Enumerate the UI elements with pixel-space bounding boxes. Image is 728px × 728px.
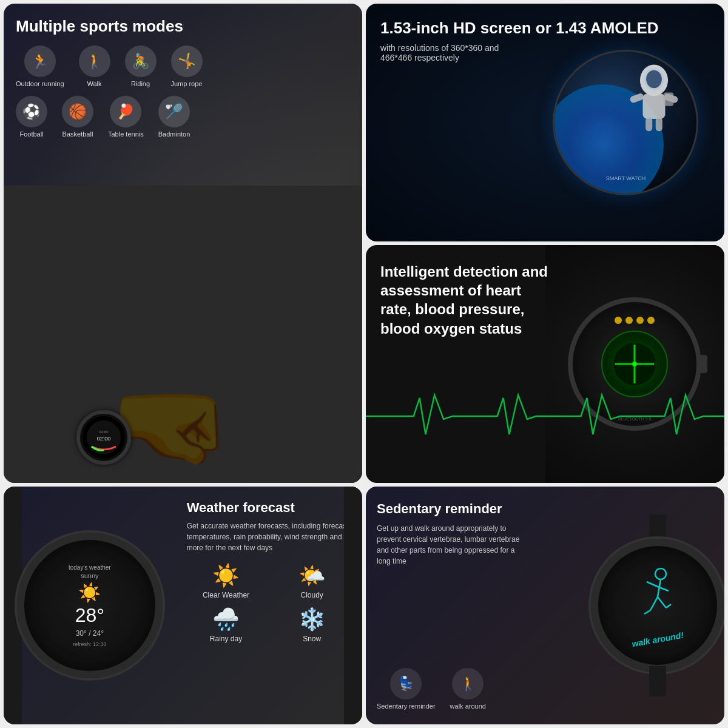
svg-rect-7	[643, 93, 666, 119]
sport-item-basketball: 🏀 Basketball	[62, 96, 93, 138]
sport-label-football: Football	[19, 130, 43, 138]
weather-label-rainy-day: Rainy day	[210, 635, 242, 643]
sedentary-label-walk-around: walk around	[450, 703, 486, 710]
weather-emoji-snow: ❄️	[298, 607, 326, 632]
screen-title: 1.53-inch HD screen or 1.43 AMOLED	[380, 18, 710, 38]
screen-subtitle: with resolutions of 360*360 and 466*466 …	[380, 43, 532, 62]
svg-point-16	[632, 362, 637, 366]
sports-modes-cell: 🤜 Multiple sports modes 🏃 Outdoor runnin…	[4, 4, 362, 483]
sport-item-table-tennis: 🏓 Table tennis	[108, 96, 144, 138]
watch-wrist: 02:00 02:00	[76, 410, 131, 465]
heartrate-cell: Intelligent detection and assessment of …	[366, 245, 724, 483]
weather-watch-side: today's weather sunny ☀️ 28° 30° / 24° r…	[4, 487, 176, 724]
weather-emoji-clear-weather: ☀️	[212, 563, 240, 588]
watch-face-temp: 28°	[75, 604, 104, 627]
sports-row-2: ⚽ Football 🏀 Basketball 🏓 Table tennis 🏸…	[16, 96, 350, 138]
svg-rect-8	[630, 93, 645, 104]
screen-cell: 1.53-inch HD screen or 1.43 AMOLED with …	[366, 4, 724, 241]
sedentary-emoji-walk-around: 🚶	[452, 668, 484, 699]
svg-rect-12	[664, 93, 674, 106]
main-grid: 🤜 Multiple sports modes 🏃 Outdoor runnin…	[0, 0, 728, 728]
watch-face-label: today's weather	[69, 564, 111, 571]
sedentary-icon-sedentary-reminder: 💺 Sedentary reminder	[377, 668, 436, 710]
sedentary-watch-side: walk around!	[538, 487, 724, 724]
walk-text: walk around!	[631, 630, 684, 649]
sport-label-table-tennis: Table tennis	[108, 130, 144, 138]
sensor-dot-3	[636, 317, 644, 324]
sport-label-outdoor-running: Outdoor running	[16, 80, 64, 87]
heartrate-ecg	[366, 386, 724, 447]
weather-label-cloudy: Cloudy	[300, 591, 323, 599]
weather-label-snow: Snow	[303, 635, 321, 643]
svg-point-6	[647, 70, 662, 89]
sedentary-icons-row: 💺 Sedentary reminder 🚶 walk around	[377, 668, 527, 710]
sedentary-watch-circle: walk around!	[591, 539, 724, 672]
crown-button	[699, 355, 707, 373]
sedentary-cell: Sedentary reminder Get up and walk aroun…	[366, 487, 724, 724]
band-right	[344, 487, 362, 724]
sport-label-badminton: Badminton	[158, 130, 190, 138]
heartrate-title: Intelligent detection and assessment of …	[380, 262, 550, 338]
watch-face-range: 30° / 24°	[76, 629, 104, 638]
weather-desc: Get accurate weather forecasts, includin…	[187, 521, 351, 553]
sport-item-walk: 🚶 Walk	[79, 46, 110, 87]
astronaut-watch-area: SMART WATCH	[527, 4, 724, 241]
weather-emoji-cloudy: 🌤️	[298, 563, 326, 588]
weather-title: Weather forecast	[187, 500, 351, 516]
weather-info-side: Weather forecast Get accurate weather fo…	[176, 487, 362, 724]
sports-title: Multiple sports modes	[16, 17, 350, 36]
sport-icon-outdoor-running: 🏃	[24, 46, 56, 77]
watch-sensor-area: BLUETOOTH 5.0	[545, 245, 725, 483]
watch-face-condition: sunny	[81, 572, 98, 579]
sport-icon-badminton: 🏸	[158, 96, 190, 127]
weather-icons-grid: ☀️ Clear Weather 🌤️ Cloudy 🌧️ Rainy day …	[187, 563, 351, 643]
svg-line-23	[644, 610, 650, 614]
sedentary-icon-walk-around: 🚶 walk around	[450, 668, 486, 710]
sport-item-outdoor-running: 🏃 Outdoor running	[16, 46, 64, 87]
sensor-dots	[615, 317, 655, 324]
svg-line-24	[666, 604, 671, 608]
sedentary-title: Sedentary reminder	[377, 501, 527, 517]
sedentary-info-side: Sedentary reminder Get up and walk aroun…	[366, 487, 538, 724]
sports-row-1: 🏃 Outdoor running 🚶 Walk 🚴 Riding 🤸 Jump…	[16, 46, 350, 87]
svg-text:02:00: 02:00	[97, 436, 111, 442]
astronaut-figure	[618, 58, 690, 136]
weather-cell: today's weather sunny ☀️ 28° 30° / 24° r…	[4, 487, 362, 724]
sport-icon-riding: 🚴	[125, 46, 157, 77]
svg-line-19	[647, 582, 658, 587]
svg-rect-10	[646, 117, 653, 131]
sport-icon-walk: 🚶	[79, 46, 110, 77]
watch-face-refresh: refresh: 12:30	[73, 641, 107, 647]
svg-rect-11	[656, 117, 662, 131]
weather-icon-clear-weather: ☀️ Clear Weather	[187, 563, 266, 599]
sport-item-football: ⚽ Football	[16, 96, 47, 138]
weather-icon-snow: ❄️ Snow	[272, 607, 351, 643]
sedentary-label-sedentary-reminder: Sedentary reminder	[377, 703, 436, 710]
weather-icon-rainy-day: 🌧️ Rainy day	[187, 607, 266, 643]
sport-item-jump-rope: 🤸 Jump rope	[171, 46, 203, 87]
sensor-dot-2	[625, 317, 633, 324]
sport-label-jump-rope: Jump rope	[171, 80, 203, 87]
weather-icon-cloudy: 🌤️ Cloudy	[272, 563, 351, 599]
svg-point-17	[655, 568, 666, 579]
weather-emoji-rainy-day: 🌧️	[212, 607, 240, 632]
svg-text:02:00: 02:00	[99, 430, 109, 434]
sport-label-basketball: Basketball	[62, 130, 93, 138]
walk-figure	[633, 567, 682, 631]
svg-line-21	[650, 597, 658, 610]
sport-icon-jump-rope: 🤸	[171, 46, 203, 77]
sport-label-walk: Walk	[87, 80, 101, 87]
weather-watch-circle: today's weather sunny ☀️ 28° 30° / 24° r…	[17, 533, 163, 678]
sport-item-riding: 🚴 Riding	[125, 46, 157, 87]
sensor-dot-1	[615, 317, 622, 324]
weather-label-clear-weather: Clear Weather	[203, 591, 249, 599]
sedentary-emoji-sedentary-reminder: 💺	[390, 668, 422, 699]
svg-line-22	[658, 597, 666, 608]
watch-brand-text: SMART WATCH	[606, 175, 646, 181]
sport-label-riding: Riding	[131, 80, 150, 87]
heartrate-text: Intelligent detection and assessment of …	[380, 262, 550, 338]
sport-icon-basketball: 🏀	[62, 96, 93, 127]
sedentary-desc: Get up and walk around appropriately to …	[377, 523, 527, 567]
watch-circle-hd: SMART WATCH	[553, 50, 698, 195]
sport-icon-football: ⚽	[16, 96, 47, 127]
